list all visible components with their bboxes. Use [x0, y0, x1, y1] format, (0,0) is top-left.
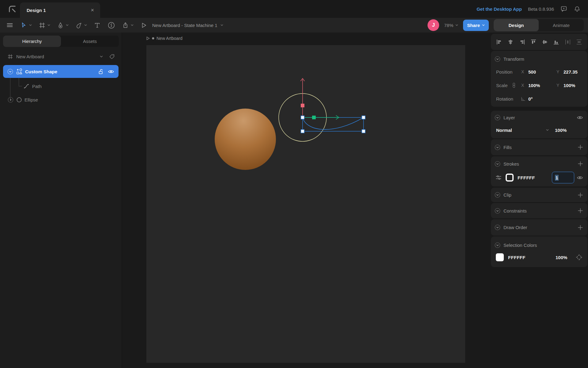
select-tool-dropdown-chevron-icon[interactable]	[29, 24, 32, 26]
export-share-icon[interactable]	[120, 21, 135, 30]
selection-color-swatch[interactable]	[496, 253, 504, 261]
tag-icon[interactable]	[109, 54, 115, 59]
scale-label: Scale	[496, 83, 508, 88]
add-constraint-plus-icon[interactable]	[577, 207, 584, 214]
tree-row-ellipse[interactable]: Ellipse	[0, 94, 122, 105]
tab-assets[interactable]: Assets	[61, 36, 119, 47]
tree-row-label: Ellipse	[24, 97, 38, 102]
notifications-bell-icon[interactable]	[574, 6, 581, 13]
selection-color-hex[interactable]: FFFFFF	[508, 255, 526, 260]
stroke-color-hex[interactable]: FFFFFF	[518, 175, 535, 180]
document-tab-title: Design 1	[27, 8, 46, 13]
stroke-width-input[interactable]: 1	[552, 172, 574, 183]
feedback-icon[interactable]	[560, 5, 567, 13]
tab-design-mode[interactable]: Design	[494, 19, 539, 31]
artboard-tool-dropdown-chevron-icon[interactable]	[47, 24, 50, 26]
strokes-collapse-chevron-icon[interactable]	[495, 161, 500, 167]
artboard-menu-chevron-icon	[221, 24, 223, 26]
tab-animate-mode[interactable]: Animate	[539, 19, 584, 31]
text-tool-icon[interactable]	[92, 21, 103, 30]
layer-opacity-value[interactable]: 100%	[555, 128, 567, 133]
position-y-value[interactable]: 227.35	[564, 69, 578, 75]
transform-collapse-chevron-icon[interactable]	[495, 56, 500, 62]
align-left-icon[interactable]	[496, 39, 503, 45]
document-tab[interactable]: Design 1 ×	[20, 2, 100, 18]
tab-hierarchy[interactable]: Hierarchy	[3, 36, 61, 47]
add-stroke-plus-icon[interactable]	[577, 160, 584, 167]
blend-mode-select[interactable]: Normal 100%	[496, 125, 584, 135]
zoom-level-control[interactable]: 78%	[444, 23, 458, 28]
add-draw-order-plus-icon[interactable]	[577, 224, 584, 231]
color-target-crosshair-icon[interactable]	[575, 253, 583, 261]
add-fill-plus-icon[interactable]	[577, 144, 584, 151]
unlock-icon[interactable]	[98, 68, 104, 75]
rive-editor-window: Design 1 × Get the Desktop App Beta 0.8.…	[0, 0, 588, 368]
tree-row-label: Path	[32, 84, 42, 89]
tree-row-new-artboard[interactable]: New Artboard	[0, 52, 122, 61]
hierarchy-tree: New Artboard	[0, 49, 122, 141]
draw-order-card-title: Draw Order	[503, 225, 527, 230]
main-area: Hierarchy Assets New Artboard	[0, 33, 588, 368]
selection-color-opacity[interactable]: 100%	[556, 255, 567, 260]
pen-tool-dropdown-chevron-icon[interactable]	[66, 24, 69, 26]
tab-close-icon[interactable]: ×	[89, 7, 95, 13]
clip-collapse-chevron-icon[interactable]	[495, 192, 500, 198]
tree-row-label: New Artboard	[16, 54, 44, 59]
artboard-label[interactable]: New Artboard	[146, 35, 183, 42]
expand-collapse-chevron-icon[interactable]	[8, 97, 13, 103]
align-vertical-center-icon[interactable]	[541, 39, 548, 45]
pen-tool-icon[interactable]	[55, 21, 70, 30]
rive-logo-icon[interactable]	[8, 5, 17, 13]
canvas-viewport[interactable]: New Artboard	[122, 33, 490, 368]
state-machine-lightning-icon[interactable]	[106, 20, 117, 30]
strokes-card-title: Strokes	[503, 161, 519, 167]
scale-x-value[interactable]: 100%	[528, 83, 540, 88]
transform-card: Transform Position X 500 Y 227.35 Scale …	[491, 51, 587, 107]
visibility-eye-icon[interactable]	[108, 68, 114, 75]
export-dropdown-chevron-icon[interactable]	[131, 24, 134, 26]
stroke-options-sliders-icon[interactable]	[495, 174, 503, 182]
shape-tool-dropdown-chevron-icon[interactable]	[84, 24, 87, 26]
align-right-icon[interactable]	[519, 39, 526, 45]
align-top-icon[interactable]	[530, 39, 537, 45]
constraints-collapse-chevron-icon[interactable]	[495, 208, 500, 214]
vector-path-icon	[23, 83, 29, 89]
select-tool-icon[interactable]	[18, 21, 34, 30]
align-horizontal-center-icon[interactable]	[507, 39, 514, 45]
play-preview-icon[interactable]	[138, 21, 149, 30]
scale-y-axis-label: Y	[556, 83, 559, 88]
tree-row-path[interactable]: Path	[0, 82, 122, 91]
layer-visibility-eye-icon[interactable]	[576, 114, 584, 121]
expand-collapse-chevron-icon[interactable]	[7, 69, 13, 75]
active-artboard-state-machine-menu[interactable]: New Artboard - State Machine 1	[152, 23, 223, 28]
layer-card-title: Layer	[503, 115, 515, 120]
blend-mode-chevron-icon	[546, 129, 549, 131]
user-avatar[interactable]: J	[428, 19, 439, 31]
selection-colors-collapse-chevron-icon[interactable]	[495, 242, 500, 248]
share-button[interactable]: Share	[463, 20, 489, 31]
scale-y-value[interactable]: 100%	[564, 83, 575, 88]
link-scale-chain-icon[interactable]	[512, 82, 516, 88]
get-desktop-app-link[interactable]: Get the Desktop App	[477, 6, 522, 12]
artboard-play-icon[interactable]	[146, 36, 150, 40]
artboard-row-chevron-icon[interactable]	[100, 56, 103, 58]
rotation-value[interactable]: 0°	[528, 96, 533, 102]
main-menu-hamburger-icon[interactable]	[4, 20, 15, 30]
align-bottom-icon[interactable]	[553, 39, 560, 45]
distribute-vertical-icon[interactable]	[576, 39, 582, 45]
selection-color-row: FFFFFF 100%	[496, 253, 583, 262]
draw-order-collapse-chevron-icon[interactable]	[495, 224, 500, 230]
layer-collapse-chevron-icon[interactable]	[495, 115, 500, 121]
add-clip-plus-icon[interactable]	[577, 192, 584, 198]
distribute-horizontal-icon[interactable]	[564, 39, 571, 45]
artboard-surface[interactable]	[146, 45, 465, 363]
fills-collapse-chevron-icon[interactable]	[495, 144, 500, 150]
shape-tool-icon[interactable]	[74, 21, 89, 30]
stroke-visibility-eye-icon[interactable]	[576, 174, 584, 182]
tree-row-custom-shape[interactable]: Custom Shape	[3, 65, 119, 78]
stroke-color-swatch[interactable]	[506, 174, 514, 182]
rotation-row: Rotation 0°	[491, 95, 587, 102]
fills-card: Fills	[491, 139, 587, 155]
position-x-value[interactable]: 500	[528, 69, 536, 75]
artboard-tool-icon[interactable]	[37, 21, 52, 30]
